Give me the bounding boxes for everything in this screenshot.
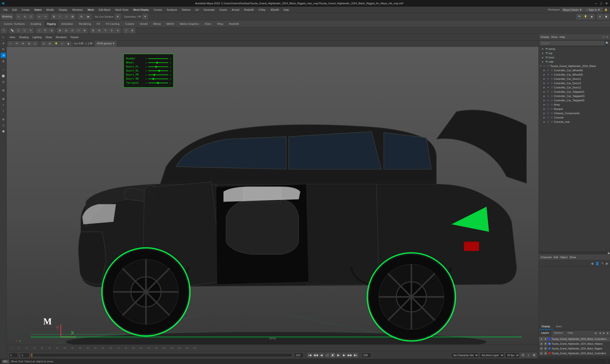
outliner-item-console-rear[interactable]: ▶ ⬡ ⬡ Console_rear xyxy=(539,120,610,124)
vp-grid-btn[interactable]: ⊞ xyxy=(47,41,53,46)
outliner-item-tailgate05[interactable]: ▶ ✦ ⬡ Controller_Car_Tailgate05 xyxy=(539,98,610,103)
scale-icon[interactable]: ⇲ xyxy=(1,53,6,58)
next-keyframe-btn[interactable]: ▶▶ xyxy=(348,353,352,358)
loop-btn[interactable]: ↺ xyxy=(520,353,525,358)
show-manip-icon[interactable]: ⊞ xyxy=(1,88,6,93)
vp-menu-show[interactable]: Show xyxy=(44,35,54,39)
play-forward-btn[interactable]: ▶ xyxy=(336,353,341,358)
menu-item-display[interactable]: Display xyxy=(57,8,69,12)
audio-btn[interactable]: ♪ xyxy=(526,353,531,358)
select-icon[interactable]: ↖ xyxy=(1,35,6,40)
ch-key-btn[interactable]: ◀ xyxy=(590,261,594,265)
menu-item-mesh-display[interactable]: Mesh Display xyxy=(131,8,151,12)
vp-frame-btn[interactable]: ⊡ xyxy=(41,41,47,46)
ch-edit-btn[interactable]: Edit xyxy=(554,256,558,259)
symmetry-btn[interactable]: ▼ xyxy=(142,14,148,20)
menu-item-select[interactable]: Select xyxy=(32,8,44,12)
ch-tab-display[interactable]: Display xyxy=(539,324,553,330)
play-anim-btn[interactable]: ⏸ xyxy=(597,14,603,20)
rig-scale-tool[interactable]: ⇲ xyxy=(49,28,54,33)
move-icon[interactable]: ✛ xyxy=(1,41,6,46)
rig-slider-doors-rl[interactable] xyxy=(148,71,168,71)
ch-tab-anim[interactable]: Anim xyxy=(553,324,565,330)
outliner-item-body[interactable]: ▶ ⬡ ⬡ Body xyxy=(539,103,610,107)
menu-item-modify[interactable]: Modify xyxy=(44,8,56,12)
rig-slider-doors-fr[interactable] xyxy=(148,75,168,75)
layer-add-btn[interactable]: ◀ xyxy=(593,330,598,336)
menu-item-surfaces[interactable]: Surfaces xyxy=(165,8,179,12)
menu-item-curves[interactable]: Curves xyxy=(152,8,164,12)
play-back-btn[interactable]: ◁ xyxy=(325,353,329,358)
stop-anim-btn[interactable]: ⏹ xyxy=(603,14,609,20)
maximize-button[interactable]: □ xyxy=(599,2,603,5)
rig-rotate-tool[interactable]: ↻ xyxy=(42,28,48,33)
outliner-item-persp[interactable]: ▶ 📷 persp xyxy=(539,47,610,51)
tab-redshift[interactable]: Redshift xyxy=(226,21,241,27)
layer-p-btn-c[interactable]: P xyxy=(544,351,547,355)
layer-v-btn-h[interactable]: V xyxy=(540,342,543,345)
stop-btn[interactable]: ■ xyxy=(330,353,335,358)
paint-select-icon[interactable]: ⬤ xyxy=(1,73,6,78)
menu-item-redshift[interactable]: Redshift xyxy=(242,8,256,12)
outliner-show-menu[interactable]: Show xyxy=(551,36,558,38)
tab-rendering[interactable]: Rendering xyxy=(76,21,94,27)
rig-slider-wheel[interactable] xyxy=(148,63,168,63)
live-surface-btn[interactable]: ▼ xyxy=(115,14,121,20)
menu-item-file[interactable]: File xyxy=(1,8,10,12)
constraint-btn2[interactable]: ◎ xyxy=(63,28,69,33)
vp-menu-renderer[interactable]: Renderer xyxy=(54,35,68,39)
layer-row-helpers[interactable]: V P Toyota_Grand_Highlander_2024_Black_H… xyxy=(539,341,610,346)
vp-light-btn[interactable]: 💡 xyxy=(53,41,59,46)
ch-edit2-btn[interactable]: ✎ xyxy=(601,261,605,265)
rig-slider-tailgate[interactable] xyxy=(148,83,168,83)
tab-motion-graphics[interactable]: Motion Graphics xyxy=(177,21,202,27)
goto-start-btn[interactable]: |◀ xyxy=(308,353,312,358)
soft-select-icon[interactable]: ◎ xyxy=(1,79,6,84)
layer-h-scroll[interactable] xyxy=(539,356,610,359)
outliner-collapse-btn[interactable]: ⊟ xyxy=(602,36,604,38)
constraint-btn3[interactable]: ⊙ xyxy=(69,28,75,33)
layer-nav2-btn[interactable]: ▶ xyxy=(602,330,606,336)
rig-tool4[interactable]: ✦ xyxy=(28,28,34,33)
tab-animation[interactable]: Animation xyxy=(59,21,76,27)
vp-menu-panels[interactable]: Panels xyxy=(69,35,80,39)
redo-btn[interactable]: ↪ xyxy=(43,14,48,20)
gamma-dropdown[interactable]: sRGB gamma ▼ xyxy=(95,41,116,47)
tab-custom[interactable]: Custom xyxy=(122,21,137,27)
step-forward-btn[interactable]: ▶ xyxy=(342,353,347,358)
outliner-item-door13[interactable]: ▶ ✦ ⬡ Controller_Car_Door13 xyxy=(539,81,610,85)
start-frame-field[interactable]: 1 xyxy=(20,352,30,358)
ch-object-btn[interactable]: Object xyxy=(560,256,568,259)
layer-tab-options[interactable]: Options xyxy=(551,330,565,336)
anim-btn2[interactable]: ⊕ xyxy=(130,28,135,33)
sign-in-button[interactable]: ↑ Sign In ▼ xyxy=(584,8,602,12)
vp-menu-lighting[interactable]: Lighting xyxy=(31,35,43,39)
tab-vray[interactable]: VRay xyxy=(214,21,226,27)
menu-item-deform[interactable]: Deform xyxy=(180,8,192,12)
snap-curve-btn[interactable]: ⌇ xyxy=(57,14,63,20)
outliner-h-scroll[interactable]: ▶ xyxy=(539,251,610,254)
outliner-help-menu[interactable]: Help xyxy=(560,36,565,38)
anim-btn1[interactable]: ⊹ xyxy=(123,28,129,33)
vp-menu-shading[interactable]: Shading xyxy=(18,35,30,39)
vp-menu-view[interactable]: View xyxy=(8,35,17,39)
skin-btn5[interactable]: ⊘ xyxy=(115,28,121,33)
constraint-btn4[interactable]: ⬡ xyxy=(76,28,81,33)
fps-select[interactable]: 24 fps xyxy=(505,352,519,358)
skin-btn4[interactable]: ⊙ xyxy=(109,28,114,33)
mel-badge[interactable]: MEL xyxy=(2,360,9,363)
no-anim-layer-select[interactable]: No Anim Layer xyxy=(480,352,504,358)
create-joint-icon[interactable]: ⬡ xyxy=(1,123,6,128)
layer-p-btn-h[interactable]: P xyxy=(544,342,547,345)
goto-end-btn[interactable]: ▶| xyxy=(353,353,358,358)
layer-row-controllers[interactable]: V P Toyota_Grand_Highlander_2024_Black_C… xyxy=(539,351,610,356)
3d-viewport[interactable]: Y X M Rudder ← → Wheel ← xyxy=(7,47,538,344)
ch-person-btn[interactable]: 👤 xyxy=(595,261,600,265)
prev-keyframe-btn[interactable]: ◀◀ xyxy=(313,353,318,358)
paint-btn[interactable]: ⬡ xyxy=(28,14,34,20)
step-back-btn[interactable]: ◀ xyxy=(319,353,324,358)
outliner-item-door11[interactable]: ▶ ✦ ⬡ Controller_Car_Door11 xyxy=(539,77,610,81)
layer-tab-layers[interactable]: Layers xyxy=(539,330,551,336)
layer-nav1-btn[interactable]: ◀ xyxy=(598,330,602,336)
snap-curve-icon[interactable]: ⌇ xyxy=(1,108,6,114)
